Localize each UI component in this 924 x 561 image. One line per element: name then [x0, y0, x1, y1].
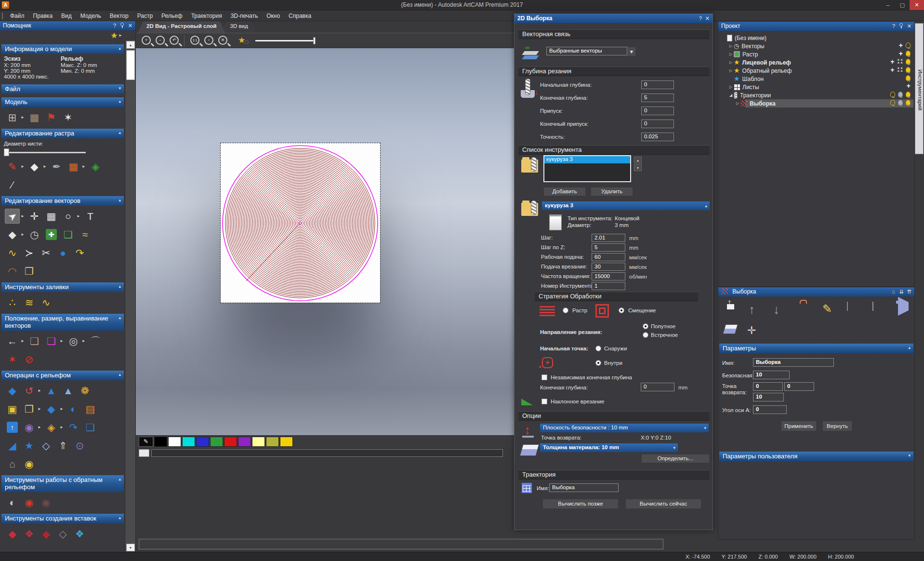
relief-angle-icon[interactable]: ◢ [5, 438, 20, 453]
tool-down-icon[interactable]: ▼ [634, 164, 642, 171]
lamp-icon[interactable]: ⚑ [44, 110, 59, 125]
bulb-on-icon[interactable] [906, 51, 911, 56]
apply-button[interactable]: Применить [781, 421, 817, 431]
fillet-icon[interactable]: ⌒ [88, 334, 103, 348]
tree-item-Лицевой рельеф[interactable]: ▷★Лицевой рельеф++ + + + [718, 58, 914, 67]
zoom-object-icon[interactable]: ▫ [204, 36, 213, 45]
weld-vectors-icon[interactable]: ◎ [66, 334, 81, 348]
add-icon[interactable]: + [899, 51, 903, 56]
section-header-Редактирование векторов[interactable]: Редактирование векторов▴ [1, 196, 124, 206]
tree-expander-icon[interactable]: ▷ [728, 52, 734, 56]
palette-color-0[interactable] [154, 437, 167, 447]
palette-color-5[interactable] [224, 437, 237, 447]
paste-plus-icon[interactable]: ✚ [44, 227, 59, 242]
add-icon[interactable]: + [890, 59, 894, 64]
relief-invert-icon[interactable]: ↺ [22, 383, 37, 398]
close-button[interactable]: ✕ [910, 0, 924, 10]
tab-3D вид[interactable]: 3D вид [222, 21, 257, 33]
project-close-icon[interactable]: ✕ [907, 23, 911, 29]
eraser-icon[interactable]: ◆ [27, 159, 42, 174]
paint-pencil-icon-flyout[interactable]: ► [21, 164, 25, 169]
project-help-icon[interactable]: ? [892, 23, 895, 29]
tool-folder-icon[interactable] [521, 160, 538, 173]
safety-plane-chevron-icon[interactable]: ▾ [704, 426, 706, 430]
bulb-outline-icon[interactable] [906, 42, 911, 48]
slider-handle[interactable] [4, 148, 9, 156]
tool-field-input-0[interactable]: 2.01 [592, 234, 625, 242]
menu-item-Правка[interactable]: Правка [29, 12, 57, 20]
transform-toolpath-icon[interactable]: ✛ [747, 324, 756, 337]
zoom-in-icon[interactable]: + [142, 36, 151, 45]
scrollbar-thumb[interactable] [126, 50, 135, 80]
paste-special-icon-flyout[interactable]: ► [60, 339, 64, 343]
tp-close-icon[interactable]: ✕ [705, 15, 710, 22]
align-vectors-icon[interactable]: ← [5, 334, 20, 348]
tool-collapse-icon[interactable]: ▴ [705, 203, 707, 208]
bulb-gray-icon[interactable] [898, 92, 903, 97]
model-size-icon[interactable]: ⊞ [5, 110, 20, 125]
reduce-colors-icon-flyout[interactable]: ► [82, 164, 86, 169]
tree-item-Векторы[interactable]: ▷◷Векторы+ [718, 42, 914, 50]
spiral-off-icon[interactable]: ⊘ [22, 352, 37, 367]
trajectory-name-input[interactable]: Выборка [549, 483, 619, 492]
paste-special-icon[interactable]: ❏ [44, 334, 59, 348]
tree-item-Шаблон[interactable]: ★Шаблон [718, 75, 914, 83]
eyedropper-icon[interactable]: ✒ [49, 159, 64, 174]
add-tool-button[interactable]: Добавить [543, 187, 586, 196]
zoom-slider-handle[interactable] [313, 37, 316, 44]
create-circle-icon-flyout[interactable]: ► [77, 214, 80, 218]
bulb-on-icon[interactable] [906, 75, 911, 81]
params-header[interactable]: Параметры▴ [719, 344, 913, 353]
section-header-Редактирование растра[interactable]: Редактирование растра▴ [1, 129, 124, 138]
depth-input-1[interactable]: 5 [641, 94, 674, 102]
select-vectors-icon-flyout[interactable]: ► [21, 214, 25, 218]
back-relief-flip-icon[interactable]: ◐ [5, 495, 20, 510]
bulb-on-icon[interactable] [906, 92, 911, 97]
tool-up-icon[interactable]: ▲ [634, 157, 642, 163]
menu-item-Рельеф[interactable]: Рельеф [157, 12, 187, 20]
tab-2D Вид - Растровый слой[interactable]: 2D Вид - Растровый слой [138, 21, 225, 33]
fill-flow-icon[interactable]: ≋ [22, 295, 37, 310]
palette-color-1[interactable] [168, 437, 181, 447]
tree-item-Выборка[interactable]: ▷Выборка [718, 99, 914, 107]
tree-expander-icon[interactable]: ▷ [728, 85, 734, 89]
minimize-button[interactable]: – [881, 0, 895, 10]
toolpath-collapse-icon[interactable]: ⇊ [899, 289, 904, 295]
drawing-viewport[interactable] [136, 48, 514, 435]
offset-strategy-radio[interactable] [619, 307, 624, 313]
add-icon[interactable]: + [890, 67, 894, 72]
palette-color-2[interactable] [182, 437, 195, 447]
safety-plane-bar[interactable]: Плоскость безопасности : 10 mm▾ [540, 424, 709, 432]
vector-link-select[interactable]: Выбранные векторы [546, 47, 627, 55]
favorites-star-icon[interactable]: ★ [111, 31, 118, 40]
section-header-Инструменты заливки[interactable]: Инструменты заливки▴ [1, 282, 124, 292]
magic-wand-icon[interactable]: ∕ [5, 177, 20, 192]
vector-eraser-icon-flyout[interactable]: ► [21, 232, 25, 237]
relief-merge-icon[interactable]: ◐ [66, 401, 81, 416]
palette-edit-icon[interactable]: ✎ [139, 437, 153, 447]
menu-item-Окно[interactable]: Окно [262, 12, 284, 20]
add-multi-icon[interactable]: + + + + [897, 59, 903, 65]
notes-icon[interactable] [872, 302, 873, 311]
reduce-colors-icon[interactable]: ▦ [66, 159, 81, 174]
relief-subtract-icon[interactable]: ◆ [44, 401, 59, 416]
zoom-slider[interactable] [255, 40, 314, 41]
model-size-icon-flyout[interactable]: ► [21, 115, 25, 120]
inlay-female-icon[interactable]: ❖ [22, 526, 37, 541]
toolpath-expand-icon[interactable]: ⇈ [907, 289, 911, 295]
bulb-outline-icon[interactable] [890, 100, 895, 106]
home-x-input[interactable]: 0 [753, 382, 783, 391]
home-y-input[interactable]: 0 [784, 382, 814, 391]
relief-wrap-icon[interactable]: ❏ [83, 420, 98, 435]
zoom-out-icon[interactable]: − [156, 36, 165, 45]
assistant-pin-icon[interactable] [120, 23, 124, 26]
material-bar[interactable]: Толщина материала: 10 mm▾ [540, 443, 678, 452]
tree-expander-icon[interactable]: ▷ [728, 68, 734, 73]
menu-item-Модель[interactable]: Модель [76, 12, 106, 20]
postprocess-icon[interactable] [898, 297, 909, 316]
edit-toolpath-icon[interactable]: ✎ [822, 302, 832, 316]
bulb-on-icon[interactable] [906, 100, 911, 106]
material-chevron-icon[interactable]: ▾ [673, 445, 675, 450]
inlay-disabled-icon[interactable]: ◇ [55, 526, 70, 541]
relief-offset-icon-flyout[interactable]: ► [60, 425, 64, 429]
